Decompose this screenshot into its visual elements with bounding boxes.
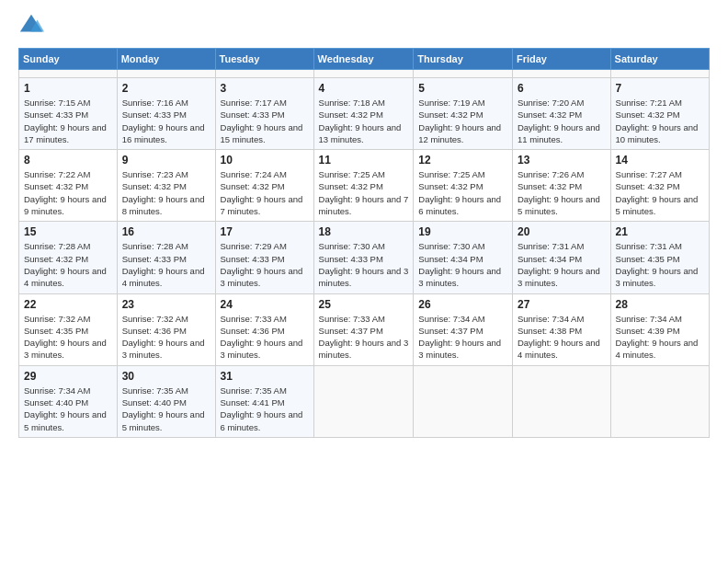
calendar-header-row: Sunday Monday Tuesday Wednesday Thursday… [19, 49, 710, 70]
day-number: 9 [122, 154, 210, 167]
day-info: Sunrise: 7:20 AMSunset: 4:32 PMDaylight:… [518, 98, 600, 144]
table-row: 26Sunrise: 7:34 AMSunset: 4:37 PMDayligh… [414, 293, 513, 365]
table-row: 30Sunrise: 7:35 AMSunset: 4:40 PMDayligh… [117, 365, 215, 437]
table-row [313, 70, 414, 78]
table-row: 25Sunrise: 7:33 AMSunset: 4:37 PMDayligh… [313, 293, 414, 365]
day-info: Sunrise: 7:15 AMSunset: 4:33 PMDaylight:… [24, 98, 107, 144]
day-number: 6 [518, 82, 606, 95]
table-row: 15Sunrise: 7:28 AMSunset: 4:32 PMDayligh… [19, 222, 118, 293]
day-number: 2 [122, 82, 210, 95]
day-info: Sunrise: 7:34 AMSunset: 4:39 PMDaylight:… [616, 314, 699, 361]
day-number: 8 [24, 154, 112, 167]
col-tuesday: Tuesday [215, 49, 313, 70]
day-info: Sunrise: 7:16 AMSunset: 4:33 PMDaylight:… [122, 98, 205, 144]
day-info: Sunrise: 7:17 AMSunset: 4:33 PMDaylight:… [221, 98, 303, 144]
day-info: Sunrise: 7:35 AMSunset: 4:41 PMDaylight:… [221, 385, 303, 432]
table-row: 1Sunrise: 7:15 AMSunset: 4:33 PMDaylight… [19, 78, 118, 150]
table-row [610, 70, 709, 78]
day-number: 11 [319, 154, 409, 167]
day-info: Sunrise: 7:30 AMSunset: 4:34 PMDaylight:… [418, 241, 501, 288]
table-row: 6Sunrise: 7:20 AMSunset: 4:32 PMDaylight… [512, 78, 610, 150]
table-row: 24Sunrise: 7:33 AMSunset: 4:36 PMDayligh… [215, 293, 313, 365]
table-row: 18Sunrise: 7:30 AMSunset: 4:33 PMDayligh… [313, 222, 414, 293]
table-row: 31Sunrise: 7:35 AMSunset: 4:41 PMDayligh… [215, 365, 313, 437]
table-row: 3Sunrise: 7:17 AMSunset: 4:33 PMDaylight… [215, 78, 313, 150]
day-number: 18 [319, 225, 409, 238]
day-info: Sunrise: 7:34 AMSunset: 4:37 PMDaylight:… [418, 314, 501, 361]
page: Sunday Monday Tuesday Wednesday Thursday… [0, 0, 728, 563]
table-row: 21Sunrise: 7:31 AMSunset: 4:35 PMDayligh… [610, 222, 709, 293]
calendar-week-row: 8Sunrise: 7:22 AMSunset: 4:32 PMDaylight… [19, 150, 710, 222]
day-info: Sunrise: 7:25 AMSunset: 4:32 PMDaylight:… [319, 169, 409, 216]
day-info: Sunrise: 7:18 AMSunset: 4:32 PMDaylight:… [319, 98, 402, 144]
day-info: Sunrise: 7:30 AMSunset: 4:33 PMDaylight:… [319, 241, 409, 288]
day-number: 30 [122, 370, 210, 383]
table-row: 20Sunrise: 7:31 AMSunset: 4:34 PMDayligh… [512, 222, 610, 293]
header [18, 17, 710, 39]
day-number: 3 [221, 82, 309, 95]
table-row [512, 70, 610, 78]
day-info: Sunrise: 7:21 AMSunset: 4:32 PMDaylight:… [616, 98, 699, 144]
table-row: 4Sunrise: 7:18 AMSunset: 4:32 PMDaylight… [313, 78, 414, 150]
day-info: Sunrise: 7:28 AMSunset: 4:33 PMDaylight:… [122, 241, 205, 288]
table-row [117, 70, 215, 78]
day-info: Sunrise: 7:31 AMSunset: 4:34 PMDaylight:… [518, 241, 600, 288]
day-number: 20 [518, 225, 606, 238]
table-row [19, 70, 118, 78]
day-info: Sunrise: 7:32 AMSunset: 4:36 PMDaylight:… [122, 314, 205, 361]
day-info: Sunrise: 7:34 AMSunset: 4:38 PMDaylight:… [518, 314, 600, 361]
table-row [610, 365, 709, 437]
col-friday: Friday [512, 49, 610, 70]
table-row: 11Sunrise: 7:25 AMSunset: 4:32 PMDayligh… [313, 150, 414, 222]
calendar-table: Sunday Monday Tuesday Wednesday Thursday… [18, 48, 710, 438]
day-info: Sunrise: 7:22 AMSunset: 4:32 PMDaylight:… [24, 169, 107, 216]
table-row: 8Sunrise: 7:22 AMSunset: 4:32 PMDaylight… [19, 150, 118, 222]
col-wednesday: Wednesday [313, 49, 414, 70]
logo [18, 17, 44, 39]
day-number: 28 [616, 298, 704, 311]
day-number: 5 [418, 82, 507, 95]
day-number: 31 [221, 370, 309, 383]
day-info: Sunrise: 7:34 AMSunset: 4:40 PMDaylight:… [24, 385, 107, 432]
table-row [414, 365, 513, 437]
table-row: 22Sunrise: 7:32 AMSunset: 4:35 PMDayligh… [19, 293, 118, 365]
day-info: Sunrise: 7:29 AMSunset: 4:33 PMDaylight:… [221, 241, 303, 288]
day-number: 4 [319, 82, 409, 95]
calendar-week-row: 1Sunrise: 7:15 AMSunset: 4:33 PMDaylight… [19, 78, 710, 150]
day-info: Sunrise: 7:28 AMSunset: 4:32 PMDaylight:… [24, 241, 107, 288]
calendar-week-row: 15Sunrise: 7:28 AMSunset: 4:32 PMDayligh… [19, 222, 710, 293]
table-row: 14Sunrise: 7:27 AMSunset: 4:32 PMDayligh… [610, 150, 709, 222]
col-sunday: Sunday [19, 49, 118, 70]
table-row: 10Sunrise: 7:24 AMSunset: 4:32 PMDayligh… [215, 150, 313, 222]
day-number: 15 [24, 225, 112, 238]
table-row: 28Sunrise: 7:34 AMSunset: 4:39 PMDayligh… [610, 293, 709, 365]
day-number: 22 [24, 298, 112, 311]
day-number: 25 [319, 298, 409, 311]
col-thursday: Thursday [414, 49, 513, 70]
table-row: 16Sunrise: 7:28 AMSunset: 4:33 PMDayligh… [117, 222, 215, 293]
day-number: 23 [122, 298, 210, 311]
table-row: 27Sunrise: 7:34 AMSunset: 4:38 PMDayligh… [512, 293, 610, 365]
day-number: 17 [221, 225, 309, 238]
day-info: Sunrise: 7:31 AMSunset: 4:35 PMDaylight:… [616, 241, 699, 288]
day-info: Sunrise: 7:33 AMSunset: 4:36 PMDaylight:… [221, 314, 303, 361]
day-number: 10 [221, 154, 309, 167]
day-info: Sunrise: 7:23 AMSunset: 4:32 PMDaylight:… [122, 169, 205, 216]
day-info: Sunrise: 7:26 AMSunset: 4:32 PMDaylight:… [518, 169, 600, 216]
table-row [414, 70, 513, 78]
table-row: 29Sunrise: 7:34 AMSunset: 4:40 PMDayligh… [19, 365, 118, 437]
table-row: 23Sunrise: 7:32 AMSunset: 4:36 PMDayligh… [117, 293, 215, 365]
day-number: 1 [24, 82, 112, 95]
day-number: 13 [518, 154, 606, 167]
table-row: 12Sunrise: 7:25 AMSunset: 4:32 PMDayligh… [414, 150, 513, 222]
table-row [215, 70, 313, 78]
table-row: 2Sunrise: 7:16 AMSunset: 4:33 PMDaylight… [117, 78, 215, 150]
table-row [313, 365, 414, 437]
table-row: 19Sunrise: 7:30 AMSunset: 4:34 PMDayligh… [414, 222, 513, 293]
day-number: 26 [418, 298, 507, 311]
day-info: Sunrise: 7:32 AMSunset: 4:35 PMDaylight:… [24, 314, 107, 361]
day-info: Sunrise: 7:19 AMSunset: 4:32 PMDaylight:… [418, 98, 501, 144]
calendar-week-row: 29Sunrise: 7:34 AMSunset: 4:40 PMDayligh… [19, 365, 710, 437]
table-row [512, 365, 610, 437]
day-number: 21 [616, 225, 704, 238]
